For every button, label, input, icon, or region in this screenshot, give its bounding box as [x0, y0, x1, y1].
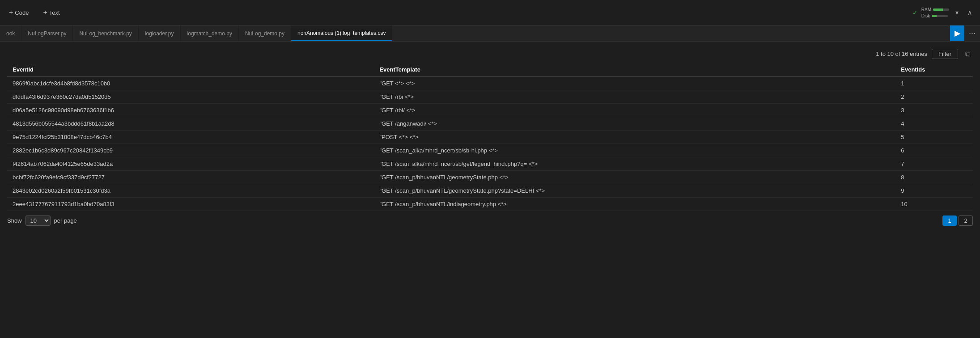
cell-eventtemplate: "GET /rbi <*> [374, 90, 895, 104]
page-button-2[interactable]: 2 [959, 215, 973, 226]
table-row[interactable]: 9e75d1224fcf25b31808e47dcb46c7b4"POST <*… [7, 131, 973, 144]
cell-eventid: bcbf72fc620fa9efc9cf337d9cf27727 [7, 171, 374, 184]
disk-label: Disk [921, 13, 930, 18]
data-table: EventId EventTemplate EventIds 9869f0abc… [7, 63, 973, 211]
tab-nonanomolous-label: nonAnomalous (1).log_templates.csv [297, 30, 386, 36]
main-content: 1 to 10 of 16 entries Filter ⧉ EventId E… [0, 42, 980, 230]
cell-eventid: f42614ab7062da40f4125e65de33ad2a [7, 157, 374, 171]
cell-eventtemplate: "GET /scan_alka/mhrd_ncert/sb/sb-hi.php … [374, 144, 895, 157]
cell-eventids: 4 [895, 117, 973, 131]
table-row[interactable]: dfddfa43f6d937e360c27da0d51520d5"GET /rb… [7, 90, 973, 104]
chevron-down-button[interactable]: ▾ [953, 8, 961, 17]
cell-eventids: 9 [895, 184, 973, 198]
table-row[interactable]: 9869f0abc1dcfe3d4b8fd8d3578c10b0"GET <*>… [7, 77, 973, 90]
tab-nulogparser-label: NuLogParser.py [28, 30, 66, 37]
cell-eventid: 2882ec1b6c3d89c967c20842f1349cb9 [7, 144, 374, 157]
ram-label: RAM [921, 7, 931, 12]
text-label: Text [49, 9, 60, 16]
tab-logmatch-demo[interactable]: logmatch_demo.py [181, 25, 239, 41]
col-header-eventids: EventIds [895, 63, 973, 77]
cell-eventid: 9e75d1224fcf25b31808e47dcb46c7b4 [7, 131, 374, 144]
cell-eventtemplate: "POST <*> <*> [374, 131, 895, 144]
disk-bar-row: Disk [921, 13, 949, 18]
table-header-bar: 1 to 10 of 16 entries Filter ⧉ [7, 46, 973, 63]
cell-eventids: 8 [895, 171, 973, 184]
pagination-info: 1 to 10 of 16 entries [876, 51, 927, 57]
ram-bar-row: RAM [921, 7, 949, 12]
tab-logmatch-demo-label: logmatch_demo.py [187, 30, 232, 37]
check-icon: ✓ [912, 9, 918, 16]
ram-disk-widget: RAM Disk [921, 7, 949, 18]
tab-more-button[interactable]: ▶ [950, 25, 964, 41]
cell-eventtemplate: "GET /scan_p/bhuvanNTL/geometryState.php… [374, 184, 895, 198]
table-header-row: EventId EventTemplate EventIds [7, 63, 973, 77]
table-row[interactable]: 4813d556b055544a3bddd61f8b1aa2d8"GET /an… [7, 117, 973, 131]
cell-eventids: 1 [895, 77, 973, 90]
cell-eventtemplate: "GET /scan_p/bhuvanNTL/geometryState.php… [374, 171, 895, 184]
ram-bar-bg [933, 8, 949, 11]
cell-eventids: 6 [895, 144, 973, 157]
tab-ook-label: ook [6, 30, 15, 37]
cell-eventid: dfddfa43f6d937e360c27da0d51520d5 [7, 90, 374, 104]
col-header-eventtemplate: EventTemplate [374, 63, 895, 77]
tabbar: ook NuLogParser.py NuLog_benchmark.py lo… [0, 25, 980, 42]
table-row[interactable]: bcbf72fc620fa9efc9cf337d9cf27727"GET /sc… [7, 171, 973, 184]
tab-nulog-demo-label: NuLog_demo.py [245, 30, 284, 37]
plus-icon: + [9, 8, 13, 17]
page-button-1[interactable]: 1 [942, 215, 957, 226]
tab-logloader-label: logloader.py [145, 30, 174, 37]
tab-nulogparser[interactable]: NuLogParser.py [21, 25, 73, 41]
ram-bar-fill [933, 8, 943, 11]
tab-ellipsis-button[interactable]: ··· [964, 25, 980, 41]
cell-eventtemplate: "GET /rbi/ <*> [374, 104, 895, 117]
cell-eventids: 5 [895, 131, 973, 144]
toolbar: + Code + Text ✓ RAM Disk [0, 0, 980, 25]
copy-button[interactable]: ⧉ [963, 49, 973, 59]
table-footer: Show 102550100 per page 12 [7, 211, 973, 226]
toolbar-right: ✓ RAM Disk ▾ ∧ [912, 7, 975, 18]
table-row[interactable]: 2882ec1b6c3d89c967c20842f1349cb9"GET /sc… [7, 144, 973, 157]
table-row[interactable]: 2eee43177767911793d1ba0bd70a83f3"GET /sc… [7, 198, 973, 211]
code-label: Code [15, 9, 29, 16]
tab-nulog-benchmark-label: NuLog_benchmark.py [79, 30, 132, 37]
add-code-button[interactable]: + Code [5, 7, 32, 18]
tab-ook[interactable]: ook [0, 25, 21, 41]
cell-eventtemplate: "GET <*> <*> [374, 77, 895, 90]
cell-eventtemplate: "GET /scan_alka/mhrd_ncert/sb/get/legend… [374, 157, 895, 171]
filter-button[interactable]: Filter [932, 49, 958, 59]
per-page-label: per page [54, 217, 77, 224]
table-row[interactable]: f42614ab7062da40f4125e65de33ad2a"GET /sc… [7, 157, 973, 171]
cell-eventid: 2eee43177767911793d1ba0bd70a83f3 [7, 198, 374, 211]
cell-eventids: 2 [895, 90, 973, 104]
cell-eventids: 3 [895, 104, 973, 117]
tab-nulog-benchmark[interactable]: NuLog_benchmark.py [73, 25, 138, 41]
col-header-eventid: EventId [7, 63, 374, 77]
cell-eventid: d06a5e5126c98090d98eb6763636f1b6 [7, 104, 374, 117]
cell-eventtemplate: "GET /anganwadi/ <*> [374, 117, 895, 131]
table-row[interactable]: d06a5e5126c98090d98eb6763636f1b6"GET /rb… [7, 104, 973, 117]
cell-eventid: 2843e02cd0260a2f59fb01531c30fd3a [7, 184, 374, 198]
cell-eventids: 7 [895, 157, 973, 171]
cell-eventids: 10 [895, 198, 973, 211]
plus-icon-2: + [43, 8, 47, 17]
disk-bar-fill [932, 15, 937, 17]
tab-nonanomolous[interactable]: nonAnomalous (1).log_templates.csv [291, 25, 392, 41]
show-label: Show [7, 217, 22, 224]
table-row[interactable]: 2843e02cd0260a2f59fb01531c30fd3a"GET /sc… [7, 184, 973, 198]
add-text-button[interactable]: + Text [39, 7, 63, 18]
tab-logloader[interactable]: logloader.py [139, 25, 181, 41]
cell-eventid: 4813d556b055544a3bddd61f8b1aa2d8 [7, 117, 374, 131]
cell-eventtemplate: "GET /scan_p/bhuvanNTL/indiageometry.php… [374, 198, 895, 211]
page-nav: 12 [942, 215, 973, 226]
collapse-button[interactable]: ∧ [965, 8, 975, 17]
ram-disk-bars: RAM Disk [921, 7, 949, 18]
disk-bar-bg [932, 15, 948, 17]
cell-eventid: 9869f0abc1dcfe3d4b8fd8d3578c10b0 [7, 77, 374, 90]
per-page-select[interactable]: 102550100 [25, 215, 51, 226]
tab-nulog-demo[interactable]: NuLog_demo.py [239, 25, 291, 41]
